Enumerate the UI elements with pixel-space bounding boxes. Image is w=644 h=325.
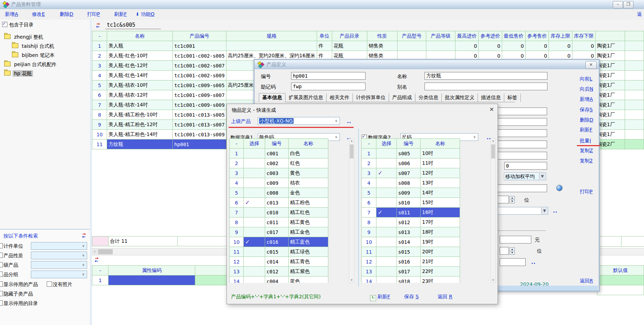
filter-checkbox[interactable]: [47, 281, 52, 287]
cell-select[interactable]: [244, 178, 265, 188]
toolbar-button-P[interactable]: 打印P: [87, 11, 100, 18]
detail-field-7[interactable]: [500, 258, 526, 266]
return-button[interactable]: 返回R: [580, 278, 593, 284]
browse-dots[interactable]: ..: [347, 118, 351, 124]
cost-value-field[interactable]: [504, 162, 547, 170]
attribute-row[interactable]: [597, 275, 644, 285]
list-item[interactable]: 12s01621吋: [362, 257, 460, 267]
spinner-control[interactable]: ▲▼: [510, 247, 515, 255]
browse-dots[interactable]: ..: [531, 259, 536, 265]
spinner-control[interactable]: ▲▼: [510, 196, 515, 203]
mnemonic-field[interactable]: [291, 83, 366, 90]
批量-button[interactable]: 批量I: [580, 138, 591, 144]
swap-icon[interactable]: →→: [81, 232, 88, 239]
cell-select[interactable]: [376, 217, 397, 227]
filter-checkbox[interactable]: [0, 253, 3, 258]
back-button[interactable]: 返回 R: [438, 294, 452, 300]
cell-select[interactable]: [244, 158, 265, 168]
filter-checkbox[interactable]: [0, 243, 3, 248]
name-field[interactable]: [425, 72, 547, 80]
scroll-up-icon[interactable]: ∧: [491, 139, 495, 144]
scrollbar-thumb[interactable]: [350, 144, 354, 158]
scroll-left-icon[interactable]: ‹: [92, 249, 98, 255]
filter-checkbox[interactable]: [0, 291, 3, 296]
toolbar-button-F[interactable]: 刷新F: [114, 11, 127, 18]
filter-combo[interactable]: ∨: [31, 271, 87, 278]
sidebar-item-4[interactable]: peijian 台式机配件: [4, 60, 58, 68]
cell-select[interactable]: [376, 227, 397, 237]
tab-扩展及图片信息[interactable]: 扩展及图片信息: [285, 93, 327, 102]
cell-select[interactable]: [376, 277, 397, 283]
toolbar-return-partial[interactable]: 返: [637, 11, 642, 18]
size-grid-scrollbar[interactable]: ∧ ∨: [491, 138, 496, 283]
color-grid-scrollbar[interactable]: ∧ ∨: [349, 138, 354, 283]
list-item[interactable]: 13s01722吋: [362, 267, 460, 277]
cell-select[interactable]: ✓: [376, 208, 397, 217]
attribute-row[interactable]: [597, 285, 644, 295]
save-button[interactable]: 保存 S: [404, 294, 419, 300]
swap-icon[interactable]: →→: [94, 256, 101, 263]
tab-分类信息[interactable]: 分类信息: [415, 93, 442, 102]
list-item[interactable]: 1c001白色: [230, 149, 328, 158]
cell-select[interactable]: [376, 178, 397, 188]
chevron-down-icon[interactable]: ∨: [472, 134, 478, 140]
list-item[interactable]: 6s01015吋: [362, 198, 460, 208]
chevron-down-icon[interactable]: ▼: [539, 173, 545, 180]
cell-select[interactable]: [244, 277, 265, 283]
refresh-button[interactable]: ↻刷新F: [370, 294, 390, 301]
list-item[interactable]: 13c012精工紫色: [230, 267, 328, 277]
sidebar-item-1[interactable]: zhengji 整机: [4, 33, 45, 41]
list-item[interactable]: 5s00914吋: [362, 188, 460, 198]
scroll-down-icon[interactable]: ∨: [349, 278, 354, 282]
chevron-down-icon[interactable]: ∨: [80, 243, 86, 249]
table-row[interactable]: 1美人瓶tc1c001件花瓶销售类000000陶瓷1厂: [92, 41, 644, 51]
list-item[interactable]: 2c002红色: [230, 158, 328, 168]
cost-method-combo[interactable]: 移动加权平均 ▼: [504, 173, 546, 180]
list-item[interactable]: 10s01419吋: [362, 237, 460, 247]
maximize-button[interactable]: ❐: [623, 1, 633, 8]
list-item[interactable]: 9s01318吋: [362, 227, 460, 237]
list-item[interactable]: 8s01217吋: [362, 217, 460, 227]
chevron-down-icon[interactable]: ∨: [80, 252, 86, 259]
alias-field[interactable]: [425, 83, 547, 90]
复制-button[interactable]: 复制Z: [580, 148, 593, 154]
list-item[interactable]: 6✓c013精工粉色: [230, 198, 328, 208]
toolbar-button-A[interactable]: 新增A: [5, 11, 18, 18]
刷新-button[interactable]: 刷新F: [580, 127, 592, 133]
复制-button[interactable]: 复制2: [580, 158, 593, 164]
list-item[interactable]: 11s01520吋: [362, 247, 460, 257]
scrollbar-thumb[interactable]: [98, 249, 113, 254]
sidebar-item-5[interactable]: hp 花瓶: [4, 70, 33, 77]
list-item[interactable]: 12c014精工青色: [230, 257, 328, 267]
tab-产品组成[interactable]: 产品组成: [389, 93, 415, 102]
向后-button[interactable]: 向后N: [580, 86, 593, 92]
tab-相关文件[interactable]: 相关文件: [327, 93, 353, 102]
cell-select[interactable]: [376, 158, 397, 168]
tab-标签[interactable]: 标签: [504, 93, 521, 102]
scrollbar-thumb[interactable]: [491, 144, 495, 158]
sidebar-item-2[interactable]: taishiji 台式机: [12, 42, 55, 50]
chevron-down-icon[interactable]: ∨: [333, 134, 339, 140]
cell-select[interactable]: [244, 247, 265, 257]
code-field[interactable]: [291, 72, 366, 80]
price-field[interactable]: [500, 236, 531, 243]
cell-select[interactable]: [244, 149, 265, 158]
打印-button[interactable]: 打印P: [580, 189, 592, 195]
list-item[interactable]: 10✓c016精工蓝色: [230, 237, 328, 247]
close-icon[interactable]: ✕: [585, 61, 597, 69]
filter-combo[interactable]: ∨: [31, 242, 87, 250]
scroll-up-icon[interactable]: ∧: [349, 139, 354, 144]
browse-dots[interactable]: ..: [553, 208, 558, 214]
cell-select[interactable]: [376, 267, 397, 277]
include-subdirs-checkbox[interactable]: [2, 22, 7, 27]
filter-combo[interactable]: ∨: [31, 261, 87, 269]
list-item[interactable]: 7✓s01116吋: [362, 208, 460, 217]
parent-product-combo[interactable]: 小型机-XG-NG ∨: [258, 117, 340, 125]
close-icon[interactable]: ✕: [489, 106, 494, 113]
cell-select[interactable]: [244, 227, 265, 237]
filter-combo[interactable]: ∨: [31, 252, 87, 259]
list-item[interactable]: 2s00611吋: [362, 158, 460, 168]
cell-select[interactable]: [376, 149, 397, 158]
cell-select[interactable]: ✓: [244, 237, 265, 247]
tab-批次属性定义[interactable]: 批次属性定义: [442, 93, 478, 102]
